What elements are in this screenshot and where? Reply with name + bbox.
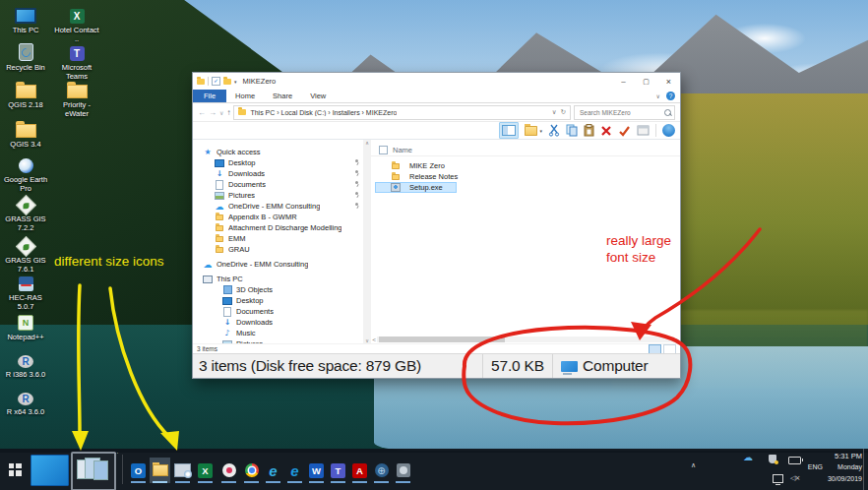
taskbar-item-teams[interactable]: T — [328, 458, 348, 483]
desktop-icon-grass-761[interactable]: GRASS GIS 7.6.1 — [2, 236, 49, 274]
thumbnails-view-button[interactable] — [663, 344, 676, 354]
sidebar-item-appendix-b[interactable]: Appendix B - GWMR — [193, 212, 363, 222]
file-row-setup-exe[interactable]: Setup.exe — [375, 182, 457, 193]
copy-button[interactable] — [566, 123, 578, 138]
hidden-icons-chevron-icon[interactable] — [691, 461, 696, 469]
back-button[interactable] — [198, 108, 206, 117]
forward-button[interactable] — [209, 108, 217, 117]
ribbon-collapse-icon[interactable] — [656, 92, 660, 99]
qat-properties-icon[interactable] — [212, 77, 220, 86]
taskbar-large-stacked-windows-icon[interactable] — [71, 452, 116, 490]
show-desktop-button[interactable] — [863, 449, 868, 490]
taskbar-item-setup[interactable] — [172, 458, 193, 483]
tab-file[interactable]: File — [193, 90, 226, 102]
details-view-button[interactable] — [649, 344, 661, 354]
sidebar-item-documents-2[interactable]: Documents — [193, 306, 363, 317]
sidebar-item-desktop-2[interactable]: Desktop — [193, 295, 363, 306]
tab-home[interactable]: Home — [226, 90, 264, 102]
taskbar-item-acrobat[interactable]: A — [349, 458, 370, 483]
apply-button[interactable] — [618, 123, 631, 138]
start-button[interactable] — [0, 449, 30, 490]
sidebar-item-documents[interactable]: Documents — [193, 179, 363, 190]
classic-shell-settings-button[interactable] — [662, 123, 675, 138]
sidebar-item-emm[interactable]: EMM — [193, 233, 363, 244]
recent-locations-chevron-icon[interactable] — [219, 108, 223, 117]
taskbar-item-excel[interactable]: X — [195, 458, 216, 483]
search-input[interactable] — [578, 108, 661, 117]
sidebar-item-desktop[interactable]: Desktop — [193, 157, 363, 168]
file-row-release-notes[interactable]: Release Notes — [375, 171, 471, 182]
sidebar-item-music[interactable]: Music — [193, 328, 363, 338]
search-box[interactable] — [574, 105, 675, 120]
network-icon[interactable] — [773, 474, 783, 483]
sidebar-scrollbar[interactable] — [363, 140, 371, 343]
scroll-left-icon[interactable] — [372, 337, 376, 342]
column-header-row[interactable]: Name — [371, 144, 680, 156]
taskbar-item-word[interactable]: W — [306, 458, 327, 483]
taskbar-item-edge[interactable]: e — [284, 458, 305, 483]
desktop-icon-priority-ewater[interactable]: Priority - eWater — [53, 81, 100, 118]
select-all-checkbox[interactable] — [379, 146, 388, 154]
taskbar-large-desktop-preview-icon[interactable] — [31, 455, 69, 486]
refresh-icon[interactable] — [561, 108, 566, 116]
address-bar[interactable]: This PC › Local Disk (C:) › Installers ›… — [233, 105, 571, 120]
battery-icon[interactable] — [788, 457, 801, 464]
security-shield-icon[interactable] — [769, 455, 776, 463]
desktop-icon-qgis-34[interactable]: QGIS 3.4 — [2, 120, 49, 149]
title-bar[interactable]: MIKEZero — [193, 73, 680, 90]
sidebar-item-pictures[interactable]: Pictures — [193, 190, 363, 201]
sidebar-item-downloads[interactable]: Downloads — [193, 168, 363, 179]
scroll-right-icon[interactable] — [675, 337, 679, 342]
scrollbar-thumb[interactable] — [379, 337, 505, 342]
desktop-icon-teams[interactable]: Microsoft Teams — [53, 43, 100, 81]
maximize-button[interactable] — [635, 73, 657, 90]
taskbar-item-installer[interactable] — [393, 458, 413, 483]
sidebar-item-onedrive-pinned[interactable]: OneDrive - EMM Consulting — [193, 201, 363, 212]
clock-time[interactable]: 5:31 PM — [835, 452, 862, 460]
file-row-mike-zero[interactable]: MIKE Zero — [375, 160, 459, 171]
delete-button[interactable] — [600, 123, 612, 138]
taskbar-item-chrome[interactable] — [241, 458, 262, 483]
properties-button[interactable] — [637, 123, 650, 138]
sidebar-item-3d-objects[interactable]: 3D Objects — [193, 284, 363, 295]
taskbar-item-outlook[interactable]: O — [128, 458, 149, 483]
language-indicator[interactable]: ENG — [808, 463, 823, 470]
help-icon[interactable] — [666, 92, 675, 100]
sidebar-item-attachment-d[interactable]: Attachment D Discharge Modelling — [193, 222, 363, 233]
taskbar-item-browser[interactable] — [371, 458, 392, 483]
cut-button[interactable] — [548, 123, 560, 138]
sidebar-item-onedrive[interactable]: OneDrive - EMM Consulting — [193, 259, 363, 270]
toolbar-overflow-icon[interactable]: ·· — [114, 450, 119, 457]
horizontal-scrollbar[interactable] — [371, 336, 680, 343]
desktop-icon-google-earth[interactable]: Google Earth Pro — [2, 155, 49, 193]
column-header-name[interactable]: Name — [393, 146, 412, 154]
sidebar-item-downloads-2[interactable]: Downloads — [193, 317, 363, 328]
taskbar-item-internet-explorer[interactable]: e — [263, 458, 283, 483]
qat-new-folder-icon[interactable] — [223, 79, 231, 85]
onedrive-cloud-icon[interactable] — [743, 452, 753, 462]
desktop-icon-recycle-bin[interactable]: Recycle Bin — [2, 43, 49, 72]
address-dropdown-icon[interactable] — [552, 108, 557, 116]
desktop-icon-hec-ras[interactable]: HEC-RAS 5.0.7 — [2, 274, 49, 311]
desktop-icon-this-pc[interactable]: This PC — [2, 6, 49, 34]
up-button[interactable] — [226, 108, 230, 117]
new-folder-button[interactable] — [525, 123, 542, 138]
volume-muted-icon[interactable] — [790, 474, 799, 482]
desktop-icon-qgis-218[interactable]: QGIS 2.18 — [2, 81, 49, 109]
tab-share[interactable]: Share — [264, 90, 301, 102]
minimize-button[interactable] — [612, 73, 635, 90]
tab-view[interactable]: View — [301, 90, 335, 102]
sidebar-item-grau[interactable]: GRAU — [193, 244, 363, 255]
desktop-icon-excel-file[interactable]: Hotel Contact .. — [53, 6, 100, 43]
qat-customize-chevron-icon[interactable] — [234, 79, 237, 85]
navigation-pane-toggle-button[interactable] — [499, 122, 519, 139]
scroll-up-icon[interactable] — [365, 140, 369, 146]
paste-button[interactable] — [584, 123, 594, 138]
clock-day[interactable]: Monday — [837, 463, 862, 470]
sidebar-item-this-pc[interactable]: This PC — [193, 274, 363, 284]
taskbar-item-qgis[interactable] — [218, 458, 239, 483]
sidebar-item-quick-access[interactable]: Quick access — [193, 147, 363, 157]
desktop-icon-r-x64[interactable]: R x64 3.6.0 — [2, 388, 49, 416]
desktop-icon-notepad-plus-plus[interactable]: Notepad++ — [2, 313, 49, 341]
desktop-icon-r-i386[interactable]: R i386 3.6.0 — [2, 350, 49, 379]
